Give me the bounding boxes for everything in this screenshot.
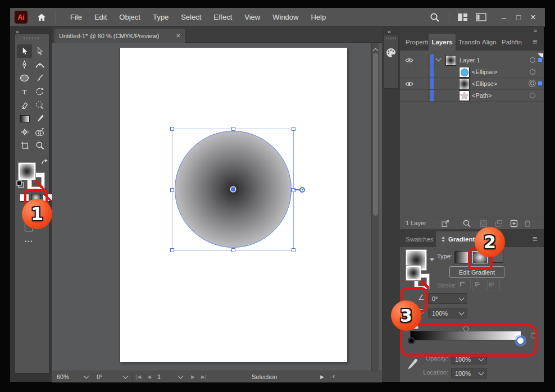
- selection-handle-se[interactable]: [292, 248, 295, 252]
- search-icon[interactable]: [430, 12, 440, 22]
- selection-handle-nw[interactable]: [170, 127, 174, 131]
- gradient-annotator-endpoint[interactable]: [299, 187, 305, 193]
- menu-item-object[interactable]: Object: [113, 13, 147, 21]
- edit-toolbar-icon[interactable]: •••: [25, 239, 33, 244]
- layers-panel-menu-icon[interactable]: ≡: [533, 37, 538, 46]
- expand-layer-icon[interactable]: [436, 56, 442, 62]
- menu-item-window[interactable]: Window: [266, 13, 304, 21]
- scrollbar-thumb[interactable]: [373, 53, 378, 216]
- rotate-tool[interactable]: [32, 85, 47, 98]
- path-thumbnail[interactable]: [459, 90, 470, 101]
- expand-dock-icon[interactable]: »: [534, 27, 537, 34]
- paintbrush-tool[interactable]: [32, 71, 47, 85]
- visibility-eye-icon[interactable]: [405, 57, 413, 63]
- tab-layers[interactable]: Layers: [429, 34, 456, 51]
- width-tool[interactable]: [17, 125, 32, 139]
- gradient-panel-menu-icon[interactable]: ≡: [533, 234, 538, 243]
- gradient-tool[interactable]: [17, 112, 32, 125]
- panel-fill-well[interactable]: [406, 265, 421, 281]
- minimize-button[interactable]: –: [497, 12, 511, 22]
- selection-handle-s[interactable]: [231, 248, 235, 252]
- arrange-documents-icon[interactable]: [457, 13, 468, 21]
- selection-handle-sw[interactable]: [170, 248, 174, 252]
- document-tab-close-icon[interactable]: ×: [176, 31, 180, 40]
- angle-dropdown[interactable]: 0°: [428, 293, 467, 304]
- curvature-tool[interactable]: [32, 58, 47, 71]
- menu-item-file[interactable]: File: [64, 13, 88, 21]
- artboard-first-icon[interactable]: |◀: [136, 374, 141, 380]
- default-fill-stroke-icon[interactable]: [16, 180, 24, 188]
- visibility-eye-icon[interactable]: [405, 81, 413, 87]
- collapse-dock-icon[interactable]: «: [388, 28, 391, 35]
- selection-indicator[interactable]: [538, 81, 543, 86]
- layer-name[interactable]: <Ellipse>: [472, 69, 497, 75]
- tab-swatches[interactable]: Swatches: [406, 236, 434, 243]
- zoom-tool[interactable]: [32, 139, 47, 152]
- eraser-tool[interactable]: [17, 98, 32, 112]
- ellipse-tool[interactable]: [17, 71, 32, 85]
- shaper-tool[interactable]: [32, 98, 47, 112]
- layer-row-path[interactable]: <Path>: [400, 90, 544, 102]
- menu-item-select[interactable]: Select: [175, 13, 207, 21]
- tab-properties[interactable]: Properti: [406, 39, 428, 45]
- stroke-along-button[interactable]: [472, 280, 485, 290]
- menu-item-view[interactable]: View: [238, 13, 266, 21]
- panel-eyedropper-icon[interactable]: [404, 357, 418, 372]
- layer-row-ellipse-blue[interactable]: <Ellipse>: [400, 66, 544, 78]
- close-button[interactable]: ×: [526, 12, 540, 23]
- selection-tool[interactable]: [17, 44, 32, 58]
- selection-handle-ne[interactable]: [292, 127, 295, 131]
- maximize-button[interactable]: □: [511, 13, 526, 22]
- zoom-level-value[interactable]: 60%: [57, 373, 69, 380]
- artboard-dropdown-icon[interactable]: [178, 373, 184, 379]
- layer-name[interactable]: <Ellipse>: [472, 80, 497, 87]
- toolbar-grip[interactable]: [24, 37, 40, 39]
- tab-transform[interactable]: Transfo: [458, 39, 480, 45]
- color-panel-icon[interactable]: [385, 47, 397, 58]
- linear-gradient-type-button[interactable]: [454, 251, 470, 263]
- rotation-dropdown-icon[interactable]: [123, 373, 129, 379]
- status-menu-icon[interactable]: ▶: [320, 374, 324, 380]
- locate-object-icon[interactable]: [462, 219, 471, 228]
- layer-row-layer1[interactable]: Layer 1: [400, 54, 544, 66]
- collapsed-panel-grip[interactable]: [386, 38, 396, 39]
- layer-name[interactable]: Layer 1: [460, 57, 480, 63]
- direct-selection-tool[interactable]: [32, 44, 47, 58]
- tab-align[interactable]: Align: [482, 39, 497, 45]
- artboard-number-value[interactable]: 1: [157, 373, 161, 380]
- eyedropper-tool[interactable]: [32, 112, 47, 125]
- location-dropdown[interactable]: 100%: [451, 368, 487, 379]
- object-center-point[interactable]: [231, 187, 235, 192]
- selection-handle-w[interactable]: [170, 188, 174, 192]
- statusbar-collapse-icon[interactable]: ‹: [333, 372, 335, 380]
- document-tab[interactable]: Untitled-1* @ 60 % (CMYK/Preview) ×: [54, 29, 185, 43]
- new-layer-icon[interactable]: [509, 219, 518, 228]
- swap-fill-stroke-icon[interactable]: [41, 159, 48, 166]
- zoom-dropdown-icon[interactable]: [84, 373, 89, 379]
- selection-indicator[interactable]: [538, 57, 543, 62]
- stroke-across-button[interactable]: [487, 280, 500, 290]
- gradient-swatch-caret-icon[interactable]: [430, 258, 434, 261]
- stroke-within-button[interactable]: [458, 280, 471, 290]
- menu-item-edit[interactable]: Edit: [88, 13, 113, 21]
- canvas-scrollbar[interactable]: [371, 43, 379, 371]
- target-circle[interactable]: [530, 69, 535, 75]
- artboard-tool[interactable]: [17, 139, 32, 152]
- tab-pathfinder[interactable]: Pathfin: [502, 39, 522, 45]
- artboard-last-icon[interactable]: ▶|: [201, 374, 206, 380]
- target-circle[interactable]: [530, 57, 535, 63]
- workspace-switcher-icon[interactable]: [476, 13, 486, 21]
- canvas-area[interactable]: [52, 43, 382, 371]
- target-circle[interactable]: [530, 93, 535, 98]
- menu-item-effect[interactable]: Effect: [207, 13, 238, 21]
- fill-color-well[interactable]: [18, 162, 36, 180]
- collect-for-export-icon[interactable]: [441, 219, 450, 228]
- selection-handle-n[interactable]: [231, 127, 235, 131]
- app-logo[interactable]: Ai: [15, 11, 28, 24]
- artboard-next-icon[interactable]: ▶: [191, 374, 195, 380]
- ellipse-gradient-thumbnail[interactable]: [459, 79, 470, 89]
- menu-item-help[interactable]: Help: [304, 13, 332, 21]
- home-icon[interactable]: [37, 13, 47, 22]
- artboard-prev-icon[interactable]: ◀: [147, 374, 151, 380]
- new-sublayer-icon[interactable]: [494, 219, 503, 228]
